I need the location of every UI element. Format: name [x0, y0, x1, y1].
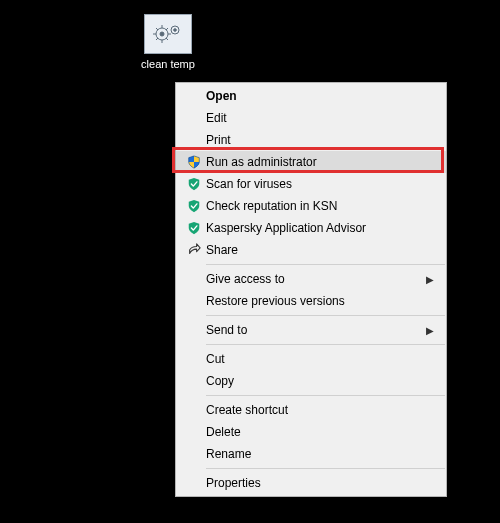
- menu-item-label: Run as administrator: [206, 156, 434, 168]
- menu-item-print[interactable]: Print: [176, 129, 446, 151]
- menu-separator: [206, 264, 445, 265]
- svg-line-9: [166, 28, 168, 30]
- menu-item-label: Check reputation in KSN: [206, 200, 434, 212]
- menu-item-label: Properties: [206, 477, 434, 489]
- menu-item-edit[interactable]: Edit: [176, 107, 446, 129]
- menu-item-label: Scan for viruses: [206, 178, 434, 190]
- menu-item-restore-prev[interactable]: Restore previous versions: [176, 290, 446, 312]
- svg-point-1: [160, 32, 164, 36]
- menu-item-kaspersky-advisor[interactable]: Kaspersky Application Advisor: [176, 217, 446, 239]
- menu-item-properties[interactable]: Properties: [176, 472, 446, 494]
- context-menu: OpenEditPrintRun as administratorScan fo…: [175, 82, 447, 497]
- menu-separator: [206, 395, 445, 396]
- menu-item-label: Copy: [206, 375, 434, 387]
- menu-item-label: Delete: [206, 426, 434, 438]
- menu-item-create-shortcut[interactable]: Create shortcut: [176, 399, 446, 421]
- kaspersky-shield-icon: [182, 199, 206, 213]
- menu-item-cut[interactable]: Cut: [176, 348, 446, 370]
- menu-item-label: Give access to: [206, 273, 424, 285]
- menu-separator: [206, 468, 445, 469]
- menu-item-check-ksn[interactable]: Check reputation in KSN: [176, 195, 446, 217]
- desktop[interactable]: clean temp OpenEditPrintRun as administr…: [0, 0, 500, 523]
- menu-item-copy[interactable]: Copy: [176, 370, 446, 392]
- menu-item-label: Restore previous versions: [206, 295, 434, 307]
- menu-item-label: Create shortcut: [206, 404, 434, 416]
- menu-item-label: Cut: [206, 353, 434, 365]
- desktop-icon-label: clean temp: [135, 58, 201, 71]
- svg-line-8: [156, 38, 158, 40]
- menu-item-label: Kaspersky Application Advisor: [206, 222, 434, 234]
- menu-separator: [206, 315, 445, 316]
- kaspersky-shield-icon: [182, 221, 206, 235]
- menu-item-label: Edit: [206, 112, 434, 124]
- share-icon: [182, 243, 206, 257]
- batch-file-gears-icon: [144, 14, 192, 54]
- menu-item-label: Print: [206, 134, 434, 146]
- menu-item-label: Share: [206, 244, 434, 256]
- menu-item-scan-viruses[interactable]: Scan for viruses: [176, 173, 446, 195]
- menu-separator: [206, 344, 445, 345]
- desktop-icon-clean-temp[interactable]: clean temp: [135, 14, 201, 71]
- svg-line-6: [156, 28, 158, 30]
- svg-point-11: [174, 29, 177, 32]
- uac-shield-icon: [182, 155, 206, 169]
- submenu-arrow-icon: ▶: [424, 325, 434, 336]
- menu-item-rename[interactable]: Rename: [176, 443, 446, 465]
- menu-item-label: Open: [206, 90, 434, 102]
- menu-item-delete[interactable]: Delete: [176, 421, 446, 443]
- menu-item-label: Send to: [206, 324, 424, 336]
- svg-line-7: [166, 38, 168, 40]
- menu-item-label: Rename: [206, 448, 434, 460]
- kaspersky-shield-icon: [182, 177, 206, 191]
- menu-item-run-admin[interactable]: Run as administrator: [176, 151, 446, 173]
- menu-item-share[interactable]: Share: [176, 239, 446, 261]
- submenu-arrow-icon: ▶: [424, 274, 434, 285]
- menu-item-give-access[interactable]: Give access to▶: [176, 268, 446, 290]
- menu-item-send-to[interactable]: Send to▶: [176, 319, 446, 341]
- menu-item-open[interactable]: Open: [176, 85, 446, 107]
